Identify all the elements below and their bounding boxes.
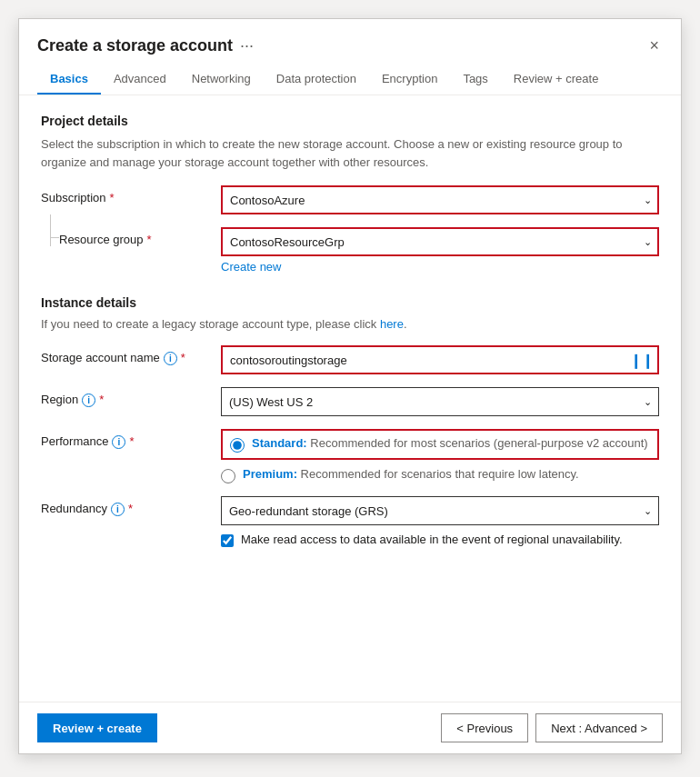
performance-standard-main: Standard: (252, 436, 307, 450)
dialog-title-row: Create a storage account ··· (37, 36, 254, 55)
performance-premium-radio[interactable] (221, 469, 235, 483)
create-new-resource-group-link[interactable]: Create new (221, 260, 281, 274)
vert-connector (50, 214, 51, 246)
tab-tags[interactable]: Tags (450, 65, 500, 95)
redundancy-select[interactable]: Geo-redundant storage (GRS) (221, 496, 659, 525)
legacy-line: If you need to create a legacy storage a… (41, 317, 659, 331)
redundancy-required: * (128, 502, 133, 515)
performance-premium-desc: Recommended for scenarios that require l… (297, 467, 579, 481)
tab-review-create[interactable]: Review + create (501, 65, 612, 95)
redundancy-control: Geo-redundant storage (GRS) ⌄ Make read … (221, 496, 659, 547)
dialog-title: Create a storage account (37, 36, 233, 55)
performance-standard-desc: Recommended for most scenarios (general-… (307, 436, 648, 450)
performance-info-icon[interactable]: i (112, 435, 125, 449)
tab-networking[interactable]: Networking (179, 65, 264, 95)
create-storage-dialog: Create a storage account ··· × Basics Ad… (18, 18, 682, 754)
dialog-header: Create a storage account ··· × (19, 19, 681, 57)
redundancy-read-access-checkbox-label[interactable]: Make read access to data available in th… (221, 533, 659, 547)
legacy-link[interactable]: here (380, 317, 404, 331)
redundancy-read-access-label: Make read access to data available in th… (241, 533, 623, 546)
storage-account-info-icon[interactable]: i (164, 352, 177, 365)
performance-required: * (129, 434, 134, 448)
performance-control: Standard: Recommended for most scenarios… (221, 429, 659, 483)
project-details-description: Select the subscription in which to crea… (41, 135, 659, 171)
close-button[interactable]: × (645, 34, 663, 57)
region-select[interactable]: (US) West US 2 (221, 387, 659, 416)
resource-group-control: ContosoResourceGrp ⌄ Create new (221, 227, 659, 274)
resource-group-required: * (147, 233, 152, 246)
region-row: Region i * (US) West US 2 ⌄ (41, 387, 659, 416)
performance-standard-radio[interactable] (230, 438, 245, 453)
subscription-required: * (110, 191, 115, 204)
region-label: Region i * (41, 387, 214, 407)
subscription-control: ContosoAzure ⌄ (221, 185, 659, 214)
dialog-content: Project details Select the subscription … (19, 95, 681, 702)
region-info-icon[interactable]: i (82, 393, 95, 407)
performance-premium-main: Premium: (243, 467, 297, 481)
instance-details-heading: Instance details (41, 295, 659, 310)
performance-row: Performance i * Standard: Recommended fo… (41, 429, 659, 483)
redundancy-select-wrapper: Geo-redundant storage (GRS) ⌄ (221, 496, 659, 525)
region-select-wrapper: (US) West US 2 ⌄ (221, 387, 659, 416)
storage-account-name-input[interactable] (221, 345, 659, 374)
storage-account-name-label: Storage account name i * (41, 345, 214, 365)
storage-account-name-control: ❙❙ (221, 345, 659, 374)
project-details-heading: Project details (41, 114, 659, 128)
performance-label: Performance i * (41, 429, 214, 449)
region-control: (US) West US 2 ⌄ (221, 387, 659, 416)
resource-group-select[interactable]: ContosoResourceGrp (221, 227, 659, 256)
tab-bar: Basics Advanced Networking Data protecti… (19, 57, 681, 95)
tab-encryption[interactable]: Encryption (369, 65, 450, 95)
performance-standard-option[interactable]: Standard: Recommended for most scenarios… (221, 429, 659, 460)
resource-group-label: Resource group * (41, 227, 214, 246)
tab-data-protection[interactable]: Data protection (264, 65, 369, 95)
project-details-section: Project details Select the subscription … (41, 114, 659, 274)
performance-premium-option[interactable]: Premium: Recommended for scenarios that … (221, 467, 659, 483)
tab-basics[interactable]: Basics (37, 65, 101, 95)
storage-account-required: * (181, 351, 185, 364)
previous-button[interactable]: < Previous (441, 713, 528, 742)
next-button[interactable]: Next : Advanced > (535, 713, 663, 742)
subscription-select[interactable]: ContosoAzure (221, 185, 659, 214)
redundancy-read-access-checkbox[interactable] (221, 534, 234, 547)
subscription-row: Subscription * ContosoAzure ⌄ (41, 185, 659, 214)
dialog-more-options[interactable]: ··· (240, 36, 254, 55)
dialog-footer: Review + create < Previous Next : Advanc… (19, 702, 681, 753)
storage-account-name-row: Storage account name i * ❙❙ (41, 345, 659, 374)
review-create-button[interactable]: Review + create (37, 713, 157, 742)
resource-group-row: Resource group * ContosoResourceGrp ⌄ Cr… (41, 227, 659, 274)
redundancy-row: Redundancy i * Geo-redundant storage (GR… (41, 496, 659, 547)
redundancy-info-icon[interactable]: i (111, 503, 125, 516)
tab-advanced[interactable]: Advanced (101, 65, 179, 95)
storage-account-input-wrapper: ❙❙ (221, 345, 659, 374)
region-required: * (99, 393, 104, 406)
performance-radio-group: Standard: Recommended for most scenarios… (221, 429, 659, 483)
resource-group-select-wrapper: ContosoResourceGrp ⌄ (221, 227, 659, 256)
subscription-select-wrapper: ContosoAzure ⌄ (221, 185, 659, 214)
redundancy-label: Redundancy i * (41, 496, 214, 516)
instance-details-section: Instance details If you need to create a… (41, 295, 659, 547)
subscription-label: Subscription * (41, 185, 214, 204)
horiz-connector (50, 237, 59, 238)
